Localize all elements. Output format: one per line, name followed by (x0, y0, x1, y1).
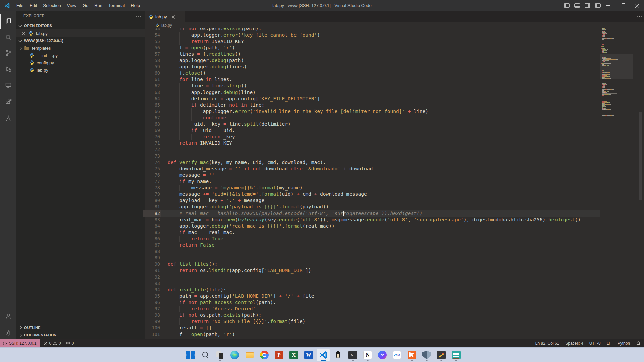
status-cursor-position[interactable]: Ln 82, Col 61 (535, 341, 559, 346)
tree-item--init-py[interactable]: __init__.py (16, 52, 145, 59)
code-line[interactable]: 99 return 'No Such File [{}]'.format(fil… (145, 318, 600, 325)
line-number[interactable]: 92 (145, 274, 160, 280)
code-line[interactable]: 98 if not os.path.exists(path): (145, 312, 600, 318)
file-explorer-icon[interactable] (243, 349, 256, 361)
terminal-icon[interactable]: >_ (346, 349, 360, 361)
code-line[interactable]: 100 result = [] (145, 325, 600, 331)
antivirus-shield-icon[interactable] (420, 349, 433, 361)
code-line[interactable]: 62 line = line.strip() (145, 83, 600, 89)
line-number[interactable]: 99 (145, 318, 160, 325)
code-line[interactable]: 60 f.close() (145, 70, 600, 76)
line-number[interactable]: 87 (145, 242, 160, 248)
code-line[interactable]: 85 if mac == real_mac: (145, 229, 600, 236)
code-line[interactable]: 86 return True (145, 236, 600, 242)
code-line[interactable]: 88 (145, 248, 600, 255)
powerpoint-icon[interactable]: P (272, 349, 286, 361)
tree-item-templates[interactable]: templates (16, 44, 145, 52)
code-line[interactable]: 90def list_files(): (145, 261, 600, 267)
code-line[interactable]: 75 download_message = '' if not download… (145, 166, 600, 172)
accounts-icon[interactable] (0, 309, 16, 323)
foxit-pdf-icon[interactable] (405, 349, 419, 361)
toggle-sidebar-icon[interactable] (564, 3, 570, 8)
code-line[interactable]: 83 real_mac = hmac.new(bytearray(key.enc… (145, 217, 600, 223)
remote-explorer-icon[interactable] (0, 78, 16, 93)
chrome-icon[interactable] (258, 349, 271, 361)
line-number[interactable]: 95 (145, 293, 160, 299)
code-line[interactable]: 89 (145, 255, 600, 261)
workspace-header[interactable]: WWW [SSH: 127.0.0.1] (16, 37, 145, 44)
outline-section-header[interactable]: OUTLINE (16, 324, 145, 331)
line-number[interactable]: 84 (145, 223, 160, 229)
close-editor-icon[interactable] (22, 32, 25, 35)
code-line[interactable]: 73 (145, 153, 600, 159)
tree-item-lab-py[interactable]: lab.py (16, 66, 145, 74)
notes-app-icon[interactable] (449, 349, 463, 361)
line-number[interactable]: 82 (143, 210, 161, 217)
line-number[interactable]: 64 (145, 96, 160, 102)
menu-help[interactable]: Help (128, 0, 143, 11)
screenshot-tool-icon[interactable] (213, 349, 227, 361)
code-line[interactable]: 97 return 'Access Denied' (145, 306, 600, 312)
line-number[interactable]: 65 (145, 102, 160, 108)
code-line[interactable]: 63 app.logger.debug(line) (145, 89, 600, 96)
code-line[interactable]: 70 return _key (145, 134, 600, 140)
customize-layout-icon[interactable] (595, 3, 601, 8)
status-eol[interactable]: LF (607, 341, 611, 346)
code-line[interactable]: 79 message += 'uid={}&lstcmd='.format(ui… (145, 191, 600, 197)
line-number[interactable]: 75 (145, 166, 160, 172)
code-line[interactable]: 80 payload = key + ':' + message (145, 197, 600, 204)
toggle-secondary-sidebar-icon[interactable] (585, 3, 590, 8)
line-number[interactable]: 90 (145, 261, 160, 267)
code-line[interactable]: 94def read_file(file): (145, 287, 600, 293)
zalo-icon[interactable]: Zalo (390, 349, 404, 361)
menu-run[interactable]: Run (91, 0, 105, 11)
status-indentation[interactable]: Spaces: 4 (565, 341, 583, 346)
code-line[interactable]: 56 f = open(path, 'r') (145, 45, 600, 51)
code-line[interactable]: 77 if my_name: (145, 178, 600, 185)
line-number[interactable]: 81 (145, 204, 160, 210)
code-line[interactable]: 59 app.logger.debug(lines) (145, 64, 600, 70)
search-icon[interactable] (0, 30, 16, 45)
line-number[interactable]: 60 (145, 70, 160, 76)
documentation-section-header[interactable]: DOCUMENTATION (16, 331, 145, 339)
code-line[interactable]: 55 return INVALID_KEY (145, 38, 600, 45)
menu-selection[interactable]: Selection (40, 0, 64, 11)
line-number[interactable]: 94 (145, 287, 160, 293)
line-number[interactable]: 93 (145, 280, 160, 287)
line-number[interactable]: 57 (145, 51, 160, 57)
line-number[interactable]: 73 (145, 153, 160, 159)
tree-item-config-py[interactable]: config.py (16, 59, 145, 66)
code-line[interactable]: 78 message = 'myname={}&'.format(my_name… (145, 185, 600, 191)
restore-button[interactable] (615, 0, 630, 11)
status-language-mode[interactable]: Python (618, 341, 630, 346)
line-number[interactable]: 63 (145, 89, 160, 96)
line-number[interactable]: 91 (145, 267, 160, 274)
line-number[interactable]: 67 (145, 115, 160, 121)
line-number[interactable]: 76 (145, 172, 160, 178)
tab-labpy[interactable]: lab.py (145, 11, 185, 22)
code-line[interactable]: 91 return os.listdir(app.config['LAB_HOM… (145, 267, 600, 274)
code-line[interactable]: 82 # real_mac = hashlib.sha256(payload.e… (145, 210, 600, 217)
line-number[interactable]: 68 (145, 121, 160, 127)
code-line[interactable]: 71 return INVALID_KEY (145, 140, 600, 146)
vertical-scrollbar[interactable] (639, 112, 642, 200)
line-number[interactable]: 66 (145, 108, 160, 115)
code-line[interactable]: 81 app.logger.debug('payload is [{}]'.fo… (145, 204, 600, 210)
code-line[interactable]: 67 continue (145, 115, 600, 121)
line-number[interactable]: 78 (145, 185, 160, 191)
line-number[interactable]: 56 (145, 45, 160, 51)
more-actions-icon[interactable] (639, 16, 640, 17)
toggle-panel-icon[interactable] (574, 3, 580, 8)
code-line[interactable]: 72 (145, 146, 600, 153)
code-line[interactable]: 96 if not path_access_control(path): (145, 299, 600, 306)
line-number[interactable]: 62 (145, 83, 160, 89)
start-icon[interactable] (184, 349, 197, 361)
explorer-icon[interactable] (0, 14, 16, 29)
line-number[interactable]: 59 (145, 64, 160, 70)
code-line[interactable]: 66 app.logger.error('invalid line in the… (145, 108, 600, 115)
line-number[interactable]: 100 (145, 325, 160, 331)
code-line[interactable]: 61 for line in lines: (145, 76, 600, 83)
code-line[interactable]: 95 path = app.config['LAB_HOME_DIR'] + '… (145, 293, 600, 299)
code-line[interactable]: 84 app.logger.debug('real mac is [{}]'.f… (145, 223, 600, 229)
line-number[interactable]: 72 (145, 146, 160, 153)
